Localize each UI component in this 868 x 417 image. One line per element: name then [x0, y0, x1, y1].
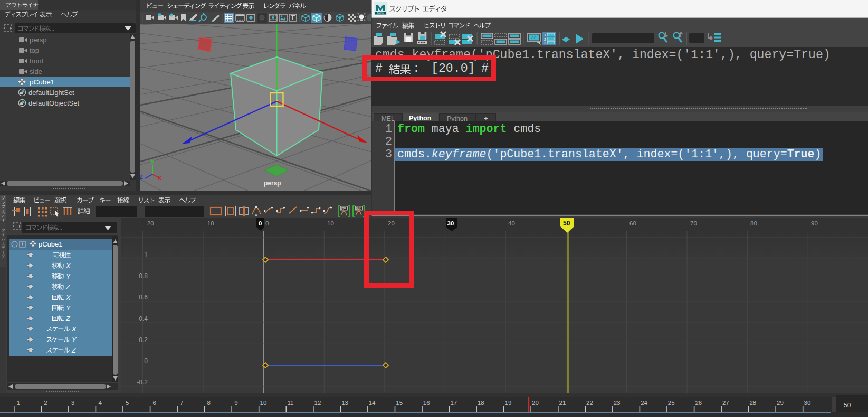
svg-text:0.4: 0.4 — [139, 315, 148, 323]
svg-text:5: 5 — [126, 400, 129, 406]
svg-text:29: 29 — [777, 400, 784, 406]
svg-text:2: 2 — [544, 37, 546, 41]
svg-text:16: 16 — [423, 400, 430, 406]
svg-text:-20: -20 — [145, 220, 154, 226]
svg-text:17: 17 — [450, 400, 457, 406]
svg-text:0: 0 — [259, 220, 262, 226]
svg-text:1: 1 — [544, 33, 546, 37]
svg-text:60: 60 — [629, 220, 636, 226]
svg-text:8: 8 — [207, 400, 211, 406]
svg-text:1: 1 — [17, 400, 20, 406]
svg-text:90: 90 — [811, 220, 818, 226]
svg-text:25: 25 — [668, 400, 675, 406]
svg-text:50: 50 — [563, 220, 570, 227]
svg-text:0.6: 0.6 — [139, 293, 148, 301]
svg-text:in=: in= — [341, 206, 346, 210]
svg-text:22: 22 — [586, 400, 593, 406]
svg-text:3: 3 — [71, 400, 74, 406]
svg-text:X: X — [158, 175, 162, 181]
svg-text:20: 20 — [532, 400, 539, 406]
svg-text:12: 12 — [314, 400, 321, 406]
svg-text:10: 10 — [327, 220, 334, 226]
svg-text:10: 10 — [260, 400, 267, 406]
svg-text:Y: Y — [150, 159, 155, 165]
svg-text:MAYA: MAYA — [377, 12, 384, 15]
svg-text:A: A — [255, 213, 257, 217]
svg-text:24: 24 — [641, 400, 647, 406]
svg-text:30: 30 — [804, 400, 811, 406]
svg-text:80: 80 — [750, 220, 757, 226]
svg-text:0: 0 — [265, 220, 269, 226]
svg-text:40: 40 — [508, 220, 515, 226]
svg-text:26: 26 — [695, 400, 702, 406]
svg-text:-0.2: -0.2 — [137, 378, 148, 386]
svg-text:0.8: 0.8 — [139, 272, 148, 280]
svg-text://...: //... — [531, 35, 543, 40]
svg-text:70: 70 — [690, 220, 697, 226]
svg-text:21: 21 — [559, 400, 566, 406]
svg-text:7: 7 — [180, 400, 183, 406]
svg-text:2: 2 — [44, 400, 47, 406]
svg-text:4: 4 — [98, 400, 102, 406]
svg-text:19: 19 — [505, 400, 512, 406]
svg-text:0: 0 — [144, 357, 148, 365]
svg-text:30: 30 — [447, 220, 454, 226]
svg-text:13: 13 — [341, 400, 348, 406]
svg-text:Z: Z — [140, 174, 143, 180]
svg-text:27: 27 — [722, 400, 729, 406]
svg-text:23: 23 — [614, 400, 621, 406]
svg-text:6: 6 — [153, 400, 156, 406]
svg-text:0.2: 0.2 — [139, 336, 148, 344]
svg-text:3: 3 — [544, 41, 546, 45]
svg-text:9: 9 — [234, 400, 237, 406]
svg-text:out: out — [356, 206, 361, 210]
svg-text:1: 1 — [144, 251, 148, 259]
svg-text:15: 15 — [396, 400, 403, 406]
svg-text:-10: -10 — [205, 220, 214, 226]
svg-text:persp: persp — [264, 179, 281, 187]
svg-text:28: 28 — [749, 400, 756, 406]
svg-text:18: 18 — [478, 400, 484, 406]
svg-text:11: 11 — [288, 400, 294, 406]
svg-text:14: 14 — [369, 400, 376, 406]
